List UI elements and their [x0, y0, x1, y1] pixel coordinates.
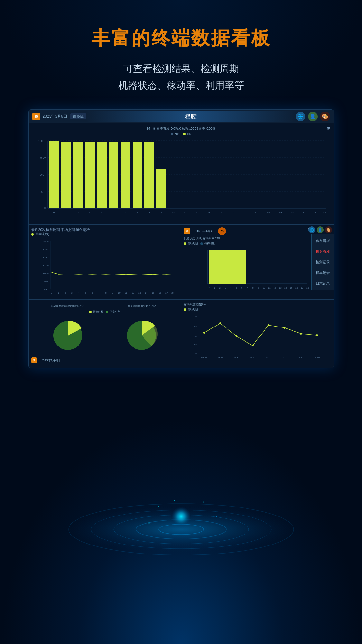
svg-text:12: 12: [131, 292, 134, 294]
svg-text:17: 17: [165, 292, 168, 294]
chart-mid-left: 最近20次检测批期 平均批期:999 毫秒 批期(毫秒) 15: [29, 225, 181, 299]
mid-right-date: 2023年4月4日: [195, 229, 216, 233]
line-legend-label: 批期(毫秒): [36, 232, 49, 236]
bot-right-chart: 100 75 50 25 0: [184, 313, 331, 364]
mid-left-chart: 1500+ 1393 1281 1169 1056 944 832 0 1 2 …: [31, 238, 179, 296]
legend-ng: NG: [171, 132, 179, 136]
svg-text:5: 5: [236, 287, 237, 289]
svg-text:04-01: 04-01: [266, 356, 272, 359]
svg-text:20: 20: [291, 211, 293, 214]
chart-bot-left: 启动监察时间段警报时长占比 全天时间段警报时长占比 报警时长 正常生产: [29, 300, 181, 368]
startup-dot: [184, 242, 186, 245]
legend-ok: OK: [183, 132, 191, 136]
sidebar-item-machine[interactable]: 机器看板: [312, 247, 334, 257]
sidebar-item-yield[interactable]: 良率看板: [312, 236, 334, 246]
pie-chart-1: [52, 319, 84, 352]
svg-text:0: 0: [51, 292, 52, 294]
line-legend-dot: [31, 233, 34, 236]
svg-point-143: [148, 522, 150, 524]
svg-text:17: 17: [255, 211, 258, 214]
svg-text:14: 14: [284, 287, 287, 289]
svg-text:7: 7: [136, 211, 138, 214]
bot-left-date: 2023年4月4日: [42, 358, 60, 363]
legend-standby: 待机时段: [200, 242, 215, 245]
mid-right-label: 机器状态:开机 稼动率:0.83%: [184, 236, 331, 241]
top-bar-chart: 1000+ 750+ 500+ 250+ 0 0 1 2 3 4 5: [32, 137, 330, 221]
svg-text:250+: 250+: [39, 190, 46, 194]
svg-text:8: 8: [105, 292, 106, 294]
svg-text:1000+: 1000+: [38, 139, 46, 143]
svg-point-122: [284, 327, 286, 329]
svg-text:19: 19: [279, 211, 282, 214]
svg-text:10: 10: [263, 287, 265, 289]
svg-rect-11: [49, 141, 59, 208]
sidebar-item-sample[interactable]: 样本记录: [312, 268, 334, 278]
dashboard-date: 2023年3月6日: [43, 114, 67, 119]
svg-text:1281: 1281: [42, 256, 48, 259]
user-icon[interactable]: 👤: [308, 112, 318, 121]
svg-text:03-30: 03-30: [234, 356, 239, 359]
sidebar-item-log[interactable]: 日志记录: [312, 279, 334, 289]
svg-text:750+: 750+: [39, 156, 46, 159]
pie-label-2: 全天时间段警报时长占比: [105, 302, 178, 308]
svg-text:1169: 1169: [42, 264, 48, 267]
bot-left-footer: 模 2023年4月4日: [31, 357, 179, 363]
svg-text:75: 75: [194, 325, 197, 328]
legend-startup: 启动时段: [184, 242, 198, 245]
legend-warning: 报警时长: [89, 310, 103, 314]
svg-text:22: 22: [314, 211, 317, 214]
mid-right-color-icon[interactable]: 🎨: [325, 226, 332, 233]
dashboard: 模 2023年3月6日 白晚班 模腔 🌐 👤 🎨 24小时良率看板 OK数:0 …: [28, 109, 334, 368]
svg-text:15: 15: [231, 211, 234, 214]
svg-point-140: [158, 506, 159, 507]
svg-text:11: 11: [183, 211, 186, 214]
svg-text:13: 13: [207, 211, 210, 214]
hologram-svg: [36, 407, 326, 568]
subtitle: 可查看检测结果、检测周期 机器状态、稼动率、利用率等: [118, 61, 244, 93]
svg-rect-13: [61, 142, 71, 208]
svg-point-120: [252, 345, 254, 346]
svg-text:10: 10: [172, 211, 174, 214]
bot-left-labels: 启动监察时间段警报时长占比 全天时间段警报时长占比: [31, 302, 179, 308]
svg-text:4: 4: [101, 211, 102, 214]
chart-top-legend: NG OK: [32, 132, 330, 136]
svg-text:18: 18: [306, 287, 309, 289]
svg-text:04-03: 04-03: [298, 356, 304, 359]
dashboard-topbar: 模 2023年3月6日 白晚班 模腔 🌐 👤 🎨: [29, 110, 334, 123]
ng-dot: [171, 133, 173, 135]
svg-text:12: 12: [195, 211, 198, 214]
svg-rect-23: [121, 142, 130, 208]
hologram-section: [0, 368, 362, 568]
svg-text:2: 2: [219, 287, 221, 289]
trend-dot: [184, 308, 186, 311]
mid-right-user-icon[interactable]: 👤: [317, 226, 324, 233]
svg-point-117: [203, 332, 205, 334]
svg-text:9: 9: [258, 287, 259, 289]
chart-expand-icon[interactable]: ⊞: [327, 126, 330, 131]
svg-text:6: 6: [125, 211, 126, 214]
mid-right-globe-icon[interactable]: 🌐: [308, 226, 315, 233]
svg-text:17: 17: [301, 287, 303, 289]
svg-point-141: [203, 502, 204, 503]
svg-text:9: 9: [160, 211, 162, 214]
dashboard-logo: 模: [32, 113, 40, 120]
svg-text:1056: 1056: [42, 272, 48, 275]
svg-text:5: 5: [113, 211, 114, 214]
sidebar-item-detection[interactable]: 检测记录: [312, 257, 334, 267]
svg-text:0: 0: [195, 352, 197, 355]
mid-right-chart: 0 1 2 3 4 5 6 7 8 9 10 11 12 13 14 15 16: [184, 247, 331, 292]
svg-rect-25: [133, 142, 142, 208]
svg-rect-84: [209, 250, 246, 284]
svg-point-145: [174, 500, 175, 501]
svg-point-124: [316, 334, 318, 336]
svg-text:1: 1: [65, 211, 67, 214]
svg-text:04-04: 04-04: [314, 356, 320, 359]
color-icon[interactable]: 🎨: [320, 112, 330, 121]
svg-rect-21: [109, 142, 118, 208]
svg-text:1: 1: [58, 292, 59, 294]
dashboard-icons: 🌐 👤 🎨: [296, 112, 330, 121]
svg-text:03-31: 03-31: [250, 356, 255, 359]
globe-icon[interactable]: 🌐: [296, 112, 305, 121]
bot-left-logo: 模: [31, 357, 37, 363]
svg-text:16: 16: [295, 287, 298, 289]
